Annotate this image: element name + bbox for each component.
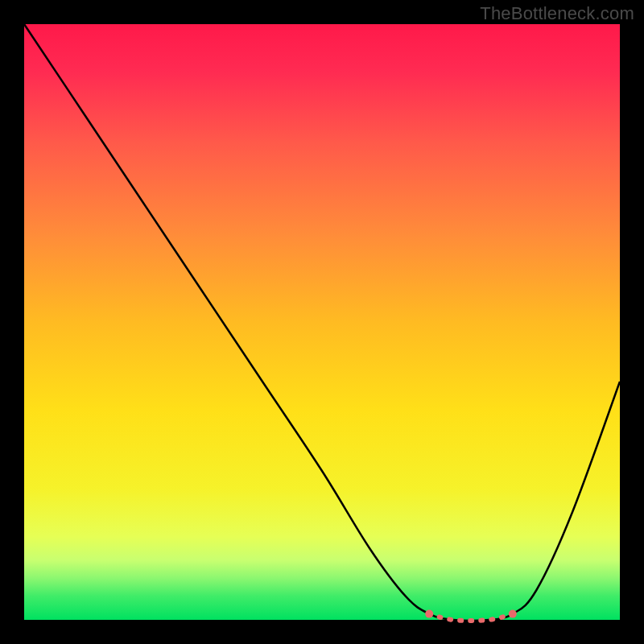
chart-container: TheBottleneck.com [0, 0, 644, 644]
highlight-endpoint-left [425, 610, 433, 618]
gradient-background [24, 24, 620, 620]
highlight-endpoint-right [509, 610, 517, 618]
watermark-text: TheBottleneck.com [480, 3, 634, 24]
bottleneck-chart [0, 0, 644, 644]
